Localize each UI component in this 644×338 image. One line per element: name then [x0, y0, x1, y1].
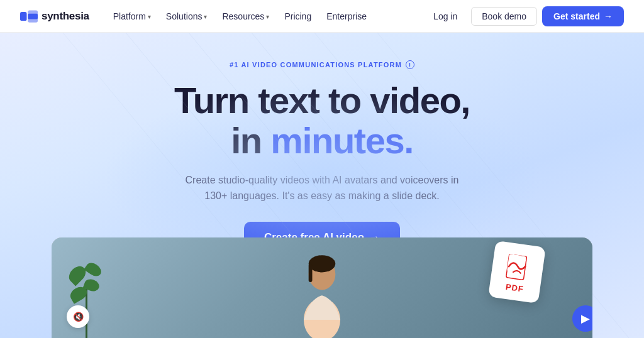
video-section: PDF 🔇 ▶: [52, 237, 592, 338]
svg-rect-2: [28, 13, 38, 19]
nav-platform-label: Platform: [113, 11, 146, 21]
arrow-icon: →: [604, 11, 613, 21]
nav-solutions-label: Solutions: [166, 11, 203, 21]
login-button[interactable]: Log in: [425, 8, 466, 25]
get-started-button[interactable]: Get started →: [542, 6, 624, 26]
video-card: PDF 🔇 ▶: [52, 237, 592, 338]
nav-links: Platform ▾ Solutions ▾ Resources ▾ Prici…: [107, 8, 425, 25]
chevron-down-icon: ▾: [204, 13, 207, 20]
logo-icon: [20, 10, 38, 23]
svg-rect-12: [309, 264, 313, 282]
info-icon[interactable]: i: [406, 60, 414, 69]
person-avatar: [291, 241, 353, 338]
nav-resources-label: Resources: [222, 11, 264, 21]
nav-item-resources[interactable]: Resources ▾: [216, 8, 275, 25]
nav-pricing-label: Pricing: [284, 11, 311, 21]
hero-title-line2-plain: in: [231, 120, 270, 161]
hero-section: #1 AI VIDEO COMMUNICATIONS PLATFORM i Tu…: [0, 33, 644, 338]
logo[interactable]: synthesia: [20, 10, 89, 23]
nav-item-pricing[interactable]: Pricing: [278, 8, 318, 25]
pdf-acrobat-icon: [503, 250, 533, 285]
nav-item-enterprise[interactable]: Enterprise: [320, 8, 373, 25]
mute-icon: 🔇: [73, 312, 84, 322]
chevron-down-icon: ▾: [148, 13, 151, 20]
hero-subtitle: Create studio-quality videos with AI ava…: [184, 172, 460, 204]
badge-text: #1 AI VIDEO COMMUNICATIONS PLATFORM: [230, 61, 402, 68]
hero-title: Turn text to video, in minutes.: [174, 80, 470, 161]
svg-point-11: [309, 255, 336, 272]
hero-title-line1: Turn text to video,: [174, 80, 470, 121]
nav-item-platform[interactable]: Platform ▾: [107, 8, 157, 25]
get-started-label: Get started: [553, 11, 600, 21]
navbar: synthesia Platform ▾ Solutions ▾ Resourc…: [0, 0, 644, 33]
nav-enterprise-label: Enterprise: [326, 11, 367, 21]
mute-button[interactable]: 🔇: [67, 305, 89, 328]
hero-title-highlight: minutes.: [270, 120, 413, 161]
nav-right: Log in Book demo Get started →: [425, 6, 624, 26]
pdf-badge: PDF: [488, 241, 546, 303]
book-demo-button[interactable]: Book demo: [471, 7, 537, 26]
logo-text: synthesia: [42, 10, 89, 23]
nav-item-solutions[interactable]: Solutions ▾: [160, 8, 214, 25]
hero-badge: #1 AI VIDEO COMMUNICATIONS PLATFORM i: [230, 60, 414, 69]
play-icon: ▶: [581, 312, 590, 325]
svg-rect-0: [20, 12, 27, 21]
chevron-down-icon: ▾: [266, 13, 269, 20]
